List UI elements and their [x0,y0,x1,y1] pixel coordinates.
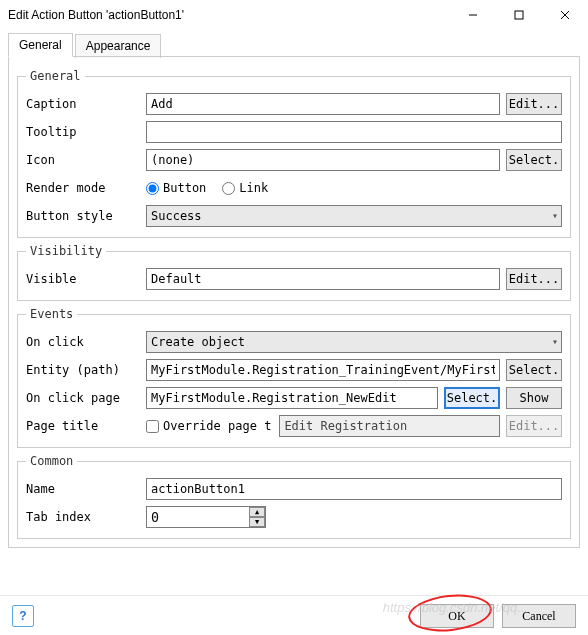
render-link-radio[interactable]: Link [222,181,268,195]
render-button-radio[interactable]: Button [146,181,206,195]
tooltip-label: Tooltip [26,125,146,139]
tab-panel-general: General Caption Edit... Tooltip Icon Sel… [8,56,580,548]
icon-select-button[interactable]: Select. [506,149,562,171]
icon-value[interactable] [146,149,500,171]
name-label: Name [26,482,146,496]
tabindex-label: Tab index [26,510,146,524]
caption-input[interactable] [146,93,500,115]
legend-common: Common [26,454,77,468]
titlebar: Edit Action Button 'actionButton1' [0,0,588,30]
caption-edit-button[interactable]: Edit... [506,93,562,115]
group-common: Common Name Tab index ▲ ▼ [17,454,571,539]
entity-label: Entity (path) [26,363,146,377]
spinner-down-button[interactable]: ▼ [249,517,265,527]
entity-select-button[interactable]: Select. [506,359,562,381]
icon-label: Icon [26,153,146,167]
caption-label: Caption [26,97,146,111]
svg-rect-1 [515,11,523,19]
legend-visibility: Visibility [26,244,106,258]
override-checkbox-input[interactable] [146,420,159,433]
pagetitle-edit-button: Edit... [506,415,562,437]
group-general: General Caption Edit... Tooltip Icon Sel… [17,69,571,238]
close-button[interactable] [542,0,588,30]
tab-appearance[interactable]: Appearance [75,34,162,58]
onclickpage-input[interactable] [146,387,438,409]
tabindex-input[interactable] [146,506,266,528]
ok-button[interactable]: OK [420,604,494,628]
cancel-button[interactable]: Cancel [502,604,576,628]
override-checkbox[interactable]: Override page t [146,419,271,433]
button-style-select[interactable]: Success [146,205,562,227]
render-button-radio-input[interactable] [146,182,159,195]
onclickpage-show-button[interactable]: Show [506,387,562,409]
legend-general: General [26,69,85,83]
onclick-select[interactable]: Create object [146,331,562,353]
legend-events: Events [26,307,77,321]
tooltip-input[interactable] [146,121,562,143]
minimize-button[interactable] [450,0,496,30]
tab-general[interactable]: General [8,33,73,57]
visible-label: Visible [26,272,146,286]
pagetitle-input [279,415,500,437]
tabindex-spinner[interactable]: ▲ ▼ [146,506,266,528]
pagetitle-label: Page title [26,419,146,433]
spinner-up-button[interactable]: ▲ [249,507,265,517]
dialog-footer: ? OK Cancel [0,595,588,635]
onclick-label: On click [26,335,146,349]
entity-input[interactable] [146,359,500,381]
group-visibility: Visibility Visible Edit... [17,244,571,301]
tab-bar: General Appearance [0,32,588,56]
onclickpage-select-button[interactable]: Select. [444,387,500,409]
group-events: Events On click Create object ▾ Entity (… [17,307,571,448]
help-button[interactable]: ? [12,605,34,627]
window-title: Edit Action Button 'actionButton1' [8,8,450,22]
render-link-radio-input[interactable] [222,182,235,195]
render-mode-label: Render mode [26,181,146,195]
maximize-button[interactable] [496,0,542,30]
onclickpage-label: On click page [26,391,146,405]
visible-input[interactable] [146,268,500,290]
button-style-label: Button style [26,209,146,223]
visible-edit-button[interactable]: Edit... [506,268,562,290]
name-input[interactable] [146,478,562,500]
